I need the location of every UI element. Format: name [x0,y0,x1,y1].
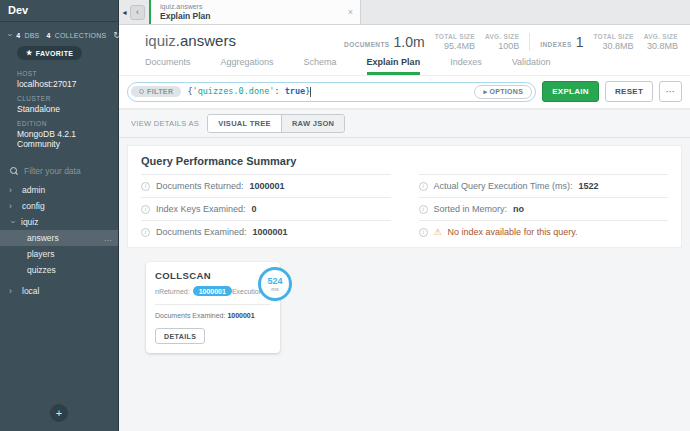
stat-idx-avg-size: AVG. SIZE 30.8MB [644,33,678,51]
visual-tree-toggle[interactable]: VISUAL TREE [208,115,281,132]
connection-name: Dev [0,0,118,22]
collscan-stage-card: COLLSCAN nReturned: 1000001 Execution Ti… [146,262,280,353]
options-arrow-icon: ▸ [483,88,487,95]
stage-nreturned-row: nReturned: 1000001 Execution Time: [155,286,271,296]
workspace-tab[interactable]: iquiz.answers Explain Plan × [149,0,361,24]
stat-documents: DOCUMENTS 1.0m [344,34,425,50]
search-icon [10,167,18,175]
sidebar-item-local[interactable]: › local [0,283,118,299]
stage-divider [155,304,271,305]
stat-value: 1 [576,34,584,50]
favorite-label: FAVORITE [36,50,74,57]
sidebar-item-iquiz[interactable]: › iquiz [0,214,118,230]
cluster-info: CLUSTER Standalone [0,92,118,117]
stat-value: 30.8MB [593,41,633,51]
chevron-right-icon: › [9,201,19,211]
previous-tab-button[interactable]: ‹ [130,5,145,20]
summary-value: 1000001 [253,227,288,237]
workspace-tabstrip: ◂ ‹ iquiz.answers Explain Plan × [119,0,690,25]
db-part: iquiz [145,32,176,49]
execution-time-donut: 524 ms [258,267,292,301]
summary-label: Documents Examined: [156,227,247,237]
chevron-right-icon: › [9,286,19,296]
options-label: OPTIONS [490,88,524,95]
summary-row-documents-examined: i Documents Examined: 1000001 [141,220,391,243]
create-database-button[interactable]: + [50,404,68,422]
tab-aggregations[interactable]: Aggregations [221,57,274,75]
collection-nav-tabs: Documents Aggregations Schema Explain Pl… [119,51,690,76]
stat-value: 100B [485,41,519,51]
stat-value: 1.0m [394,34,425,50]
tab-namespace: iquiz.answers [160,3,354,10]
text-cursor [310,87,311,97]
db-name: config [22,201,45,211]
info-icon: i [141,182,150,191]
filter-input[interactable]: FILTER {'quizzes.0.done': true} ▸ OPTION… [127,82,536,102]
collection-part: .answers [176,32,236,49]
docs-examined-value: 1000001 [227,312,254,319]
summary-left-column: i Documents Returned: 1000001 i Index Ke… [141,174,391,243]
explain-button[interactable]: EXPLAIN [542,81,599,102]
chevron-right-icon: › [9,185,19,195]
filter-query-text: {'quizzes.0.done': true} [187,86,311,97]
close-icon[interactable]: × [348,7,353,17]
exec-time-unit: ms [271,286,278,292]
exec-time-value: 524 [267,276,282,286]
favorite-button[interactable]: ★ FAVORITE [17,46,82,60]
filter-badge: FILTER [131,86,181,97]
stat-label: AVG. SIZE [485,33,519,40]
star-icon: ★ [26,49,33,57]
sidebar-item-quizzes[interactable]: quizzes [0,262,118,278]
sidebar-item-answers[interactable]: answers … [0,230,118,246]
explain-content: Query Performance Summary i Documents Re… [119,138,690,431]
tab-schema[interactable]: Schema [304,57,337,75]
tab-validation[interactable]: Validation [512,57,551,75]
sidebar-collapse-icon[interactable]: ◂ [119,0,130,24]
query-bar: FILTER {'quizzes.0.done': true} ▸ OPTION… [119,76,690,110]
more-options-button[interactable]: ··· [659,81,682,102]
stats-divider [529,33,530,51]
chevron-down-icon[interactable]: › [5,33,15,36]
stat-value: 95.4MB [435,41,475,51]
plus-icon: + [56,407,62,419]
stat-doc-avg-size: AVG. SIZE 100B [485,33,519,51]
host-info: HOST localhost:27017 [0,67,118,92]
tab-explain-plan[interactable]: Explain Plan [367,57,421,75]
stage-name: COLLSCAN [155,270,271,281]
db-name: admin [22,185,45,195]
summary-row-index-keys-examined: i Index Keys Examined: 0 [141,197,391,220]
collections-count: 4 COLLECTIONS [46,32,106,39]
view-details-row: VIEW DETAILS AS VISUAL TREE RAW JSON [119,110,690,138]
summary-right-column: i Actual Query Execution Time (ms): 1522… [419,174,669,243]
summary-grid: i Documents Returned: 1000001 i Index Ke… [141,174,668,243]
sidebar-item-admin[interactable]: › admin [0,182,118,198]
summary-value: no [513,204,524,214]
view-toggle: VISUAL TREE RAW JSON [207,114,345,133]
docs-examined-label: Documents Examined: [155,312,225,319]
sidebar-item-config[interactable]: › config [0,198,118,214]
stat-indexes: INDEXES 1 [540,34,583,50]
tab-indexes[interactable]: Indexes [450,57,482,75]
cluster-value: Standalone [17,104,110,114]
nreturned-label: nReturned: [155,288,190,295]
page-title: iquiz.answers [145,32,236,49]
stat-label: INDEXES [540,41,571,48]
details-button[interactable]: DETAILS [155,328,205,344]
collection-header: iquiz.answers DOCUMENTS 1.0m TOTAL SIZE … [119,25,690,51]
options-button[interactable]: ▸ OPTIONS [474,85,532,99]
summary-value: 1000001 [250,181,285,191]
raw-json-toggle[interactable]: RAW JSON [281,115,344,132]
reset-button[interactable]: RESET [605,81,653,102]
edition-info: EDITION MongoDB 4.2.1 Community [0,117,118,152]
info-icon: i [141,228,150,237]
summary-label: Sorted in Memory: [434,204,508,214]
tab-documents[interactable]: Documents [145,57,191,75]
more-options-icon[interactable]: … [104,234,112,243]
filter-circle-icon [139,89,144,94]
edition-value: MongoDB 4.2.1 Community [17,129,110,149]
filter-badge-label: FILTER [147,88,173,95]
sidebar-counts-row: › 4 DBS 4 COLLECTIONS ↻ [0,22,118,42]
stat-label: AVG. SIZE [644,33,678,40]
sidebar-item-players[interactable]: players [0,246,118,262]
sidebar-filter-input[interactable] [24,166,114,176]
